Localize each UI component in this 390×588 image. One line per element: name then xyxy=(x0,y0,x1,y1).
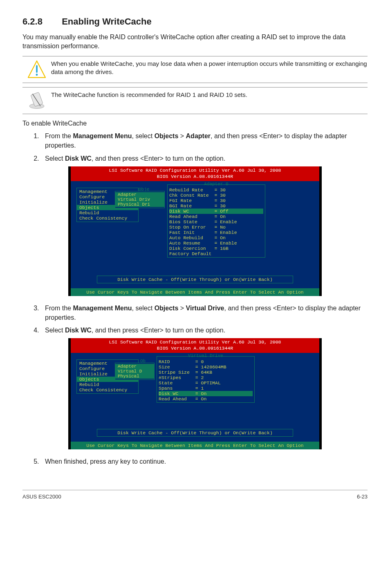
bios-body: Management Configure Initialize Objects … xyxy=(68,353,322,442)
prop-state: State = OPTIMAL xyxy=(159,380,253,386)
section-heading: 6.2.8 Enabling WriteCache xyxy=(22,16,368,27)
prop-spans: Spans = 1 xyxy=(159,386,253,391)
props-heading: Virtual Drive xyxy=(159,353,253,355)
step-5: When finished, press any key to continue… xyxy=(41,457,368,466)
prop-rebuild-rate: Rebuild Rate = 30 xyxy=(169,187,263,193)
prop-auto-resume: Auto Resume = Enable xyxy=(169,240,263,246)
submenu-physical: Physical Dri xyxy=(115,202,164,207)
prop-stripe-size: Stripe Size = 64KB xyxy=(159,370,253,375)
submenu-virtual: Virtual Driv xyxy=(115,197,164,202)
bios-header: LSI Software RAID Configuration Utility … xyxy=(68,166,322,181)
prop-fgi: FGI Rate = 30 xyxy=(169,198,263,203)
prop-disk-wc: Disk WC = Off xyxy=(169,209,263,214)
document-page: 6.2.8 Enabling WriteCache You may manual… xyxy=(0,0,390,478)
bios-screenshot-2: LSI Software RAID Configuration Utility … xyxy=(68,338,322,449)
warning-callout: When you enable WriteCache, you may lose… xyxy=(22,56,368,83)
prop-fast-init: Fast Init = Enable xyxy=(169,230,263,235)
bios-header-line2: BIOS Version A.08.09161344R xyxy=(68,174,322,180)
page-footer: ASUS ESC2000 6-23 xyxy=(22,490,368,500)
prop-bgi: BGI Rate = 30 xyxy=(169,203,263,209)
note-icon xyxy=(22,91,51,110)
steps-list-2: From the Management Menu, select Objects… xyxy=(22,303,368,335)
footer-right: 6-23 xyxy=(357,494,368,500)
bios-footer: Use Cursor Keys To Navigate Between Item… xyxy=(68,288,322,296)
prop-stripes: #Stripes = 2 xyxy=(159,375,253,380)
submenu-physical: Physical xyxy=(115,374,154,379)
prop-disk-coercion: Disk Coercion = 1GB xyxy=(169,246,263,251)
prop-read-ahead: Read Ahead = On xyxy=(159,396,253,402)
submenu-adapter: Adapter xyxy=(115,364,154,369)
svg-point-2 xyxy=(36,74,38,76)
prop-read-ahead: Read Ahead = On xyxy=(169,214,263,219)
section-number: 6.2.8 xyxy=(22,16,59,27)
subheading: To enable WriteCache xyxy=(22,120,368,127)
step-4: Select Disk WC, and then press <Enter> t… xyxy=(41,325,368,335)
bios-header: LSI Software RAID Configuration Utility … xyxy=(68,338,322,353)
footer-left: ASUS ESC2000 xyxy=(22,494,61,500)
objects-submenu: Adapter Virtual Driv Physical Dri xyxy=(115,191,165,208)
note-callout: The WriteCache function is recommended f… xyxy=(22,87,368,114)
step-2: Select Disk WC, and then press <Enter> t… xyxy=(41,154,368,163)
status-bar: Disk Write Cache - Off(Write Through) or… xyxy=(97,276,293,283)
step-3: From the Management Menu, select Objects… xyxy=(41,303,368,322)
step-1: From the Management Menu, select Objects… xyxy=(41,131,368,150)
virtual-drive-properties: Virtual Drive RAID = 0 Size = 1428604MB … xyxy=(157,356,255,403)
prop-factory-default: Factory Default xyxy=(169,251,263,256)
menu-check: Check Consistency xyxy=(77,215,138,221)
prop-raid: RAID = 0 xyxy=(159,359,253,364)
bios-header-line1: LSI Software RAID Configuration Utility … xyxy=(68,168,322,174)
warning-icon xyxy=(22,60,51,79)
objects-submenu: Adapter Virtual D Physical xyxy=(115,363,155,380)
submenu-virtual: Virtual D xyxy=(115,369,154,374)
prop-disk-wc: Disk WC = On xyxy=(159,391,253,396)
warning-text: When you enable WriteCache, you may lose… xyxy=(51,60,368,76)
prop-bios-state: Bios State = Enable xyxy=(169,219,263,224)
menu-rebuild: Rebuild xyxy=(77,210,138,215)
menu-check: Check Consistency xyxy=(77,387,138,393)
menu-rebuild: Rebuild xyxy=(77,382,138,387)
steps-list-3: When finished, press any key to continue… xyxy=(22,457,368,466)
bios-screenshot-1: LSI Software RAID Configuration Utility … xyxy=(68,166,322,296)
prop-chk-const: Chk Const Rate = 30 xyxy=(169,193,263,198)
bios-footer: Use Cursor Keys To Navigate Between Item… xyxy=(68,442,322,449)
submenu-adapter: Adapter xyxy=(115,192,164,197)
prop-stop-error: Stop On Error = No xyxy=(169,224,263,230)
steps-list: From the Management Menu, select Objects… xyxy=(22,131,368,163)
bios-header-line1: LSI Software RAID Configuration Utility … xyxy=(68,339,322,346)
props-heading: Adapter 0 xyxy=(169,182,263,183)
prop-size: Size = 1428604MB xyxy=(159,364,253,370)
bios-header-line2: BIOS Version A.08.09161344R xyxy=(68,346,322,352)
bios-body: Management Configure Initialize Objects … xyxy=(68,181,322,288)
status-bar: Disk Write Cache - Off(Write Through) or… xyxy=(97,429,293,437)
prop-auto-rebuild: Auto Rebuild = On xyxy=(169,235,263,240)
adapter-properties: Adapter 0 Rebuild Rate = 30 Chk Const Ra… xyxy=(167,184,265,258)
section-title-text: Enabling WriteCache xyxy=(62,16,152,27)
note-text: The WriteCache function is recommended f… xyxy=(51,91,368,99)
intro-paragraph: You may manually enable the RAID control… xyxy=(22,33,368,50)
